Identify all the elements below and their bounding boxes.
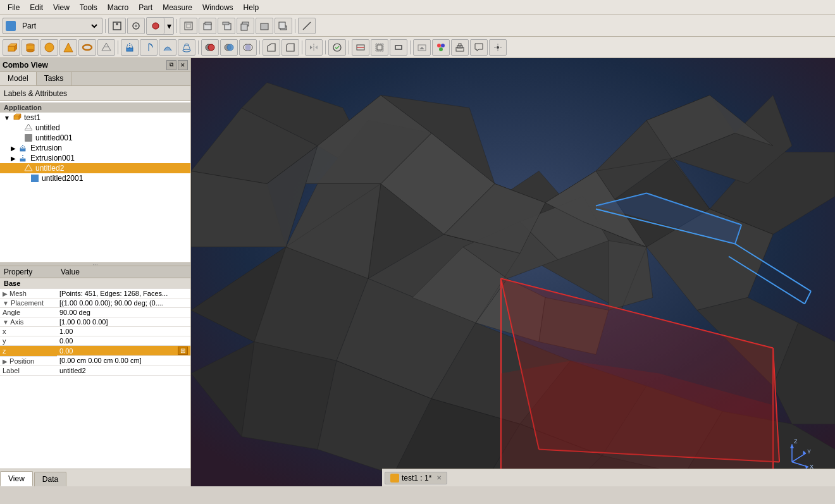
fit-all-button[interactable] xyxy=(108,18,126,34)
menu-macro[interactable]: Macro xyxy=(102,2,133,13)
fillet-button[interactable] xyxy=(281,39,299,56)
tree-item-extrusion[interactable]: ▶ Extrusion xyxy=(0,143,190,153)
bottom-tab-data[interactable]: Data xyxy=(34,472,66,486)
extrude-button[interactable] xyxy=(121,39,139,56)
svg-marker-69 xyxy=(475,44,483,51)
check-geometry-button[interactable] xyxy=(328,39,346,56)
bottom-tabs: View Data xyxy=(0,469,190,486)
tree-item-test1[interactable]: ▼ test1 xyxy=(0,113,190,123)
main-area: Combo View ⧉ ✕ Model Tasks Labels & Attr… xyxy=(0,58,835,486)
chamfer-button[interactable] xyxy=(263,39,280,56)
section-button[interactable] xyxy=(352,39,369,56)
tree-item-untitled2001[interactable]: ▶ untitled2001 xyxy=(0,173,190,183)
svg-marker-49 xyxy=(268,44,275,51)
prop-row-axis[interactable]: ▼ Axis [1.00 0.00 0.00] xyxy=(0,317,190,327)
viewport-tab-close[interactable]: ✕ xyxy=(436,474,442,481)
svg-rect-58 xyxy=(377,45,382,50)
tb2-sep5 xyxy=(325,40,326,54)
menu-part[interactable]: Part xyxy=(133,2,158,13)
cylinder-button[interactable] xyxy=(22,39,39,56)
combo-view-title: Combo View xyxy=(3,61,48,70)
view-bottom-button[interactable] xyxy=(275,18,292,34)
svg-line-37 xyxy=(132,44,133,48)
view-front-button[interactable] xyxy=(199,18,216,34)
tree-arrow-extrusion001: ▶ xyxy=(9,155,18,162)
svg-point-46 xyxy=(227,44,233,51)
offset2d-button[interactable] xyxy=(371,39,388,56)
fit-selection-button[interactable] xyxy=(127,18,145,34)
revolve-button[interactable] xyxy=(140,39,158,56)
viewport[interactable]: Z Y X test1 : 1* ✕ xyxy=(191,58,835,486)
prop-row-placement[interactable]: ▼ Placement [(1.00 0.00 0.00); 90.00 deg… xyxy=(0,298,190,308)
svg-rect-15 xyxy=(241,24,247,30)
toolbar1: Part ▾ xyxy=(0,15,835,37)
view-home-button[interactable] xyxy=(180,18,197,34)
menu-windows[interactable]: Windows xyxy=(197,2,238,13)
torus-button[interactable] xyxy=(78,39,96,56)
toolbar-sep-2 xyxy=(176,19,177,33)
svg-point-29 xyxy=(83,45,92,50)
prop-name-y: y xyxy=(0,336,57,346)
prop-row-angle[interactable]: Angle 90.00 deg xyxy=(0,308,190,317)
annotation-button[interactable] xyxy=(470,39,488,56)
sphere-button[interactable] xyxy=(40,39,58,56)
sweep-button[interactable] xyxy=(159,39,176,56)
loft-button[interactable] xyxy=(178,39,195,56)
prop-row-x[interactable]: x 1.00 xyxy=(0,327,190,336)
thickness-button[interactable] xyxy=(390,39,407,56)
shape-from-mesh-button[interactable] xyxy=(97,39,115,56)
combo-restore-button[interactable]: ⧉ xyxy=(166,60,176,70)
menu-file[interactable]: File xyxy=(3,2,25,13)
prop-row-mesh[interactable]: ▶ Mesh [Points: 451, Edges: 1268, Faces.… xyxy=(0,289,190,298)
prop-row-position[interactable]: ▶ Position [0.00 cm 0.00 cm 0.00 cm] xyxy=(0,356,190,366)
measure-button[interactable] xyxy=(298,18,316,34)
boolean-cut-button[interactable] xyxy=(201,39,219,56)
placement-expand: ▼ xyxy=(3,300,9,307)
toolbar2 xyxy=(0,37,835,58)
axis-expand: ▼ xyxy=(3,319,9,326)
import-button[interactable] xyxy=(413,39,431,56)
panel-tabs: Model Tasks xyxy=(0,72,190,86)
svg-line-89 xyxy=(27,164,28,168)
cone-button[interactable] xyxy=(59,39,77,56)
prop-row-z[interactable]: z 0.00 ⊞ xyxy=(0,346,190,357)
prop-row-label[interactable]: Label untitled2 xyxy=(0,366,190,375)
view-right-button[interactable] xyxy=(218,18,235,34)
draw-style-dropdown[interactable]: ▾ xyxy=(164,18,173,34)
toolbar-sep-3 xyxy=(295,19,295,33)
menu-edit[interactable]: Edit xyxy=(25,2,48,13)
boolean-common-button[interactable] xyxy=(239,39,257,56)
point-button[interactable] xyxy=(489,39,507,56)
draw-style-group: ▾ xyxy=(146,17,174,35)
prop-value-placement: [(1.00 0.00 0.00); 90.00 deg; (0.... xyxy=(57,298,190,308)
viewport-tab[interactable]: test1 : 1* ✕ xyxy=(385,472,447,484)
tab-model[interactable]: Model xyxy=(0,72,37,85)
view-top-button[interactable] xyxy=(237,18,254,34)
boolean-fuse-button[interactable] xyxy=(220,39,238,56)
draw-style-button[interactable] xyxy=(147,18,164,34)
menu-view[interactable]: View xyxy=(48,2,75,13)
tree-item-untitled[interactable]: ▶ untitled xyxy=(0,123,190,133)
tb2-sep4 xyxy=(302,40,302,54)
menu-measure[interactable]: Measure xyxy=(158,2,197,13)
menu-help[interactable]: Help xyxy=(238,2,264,13)
menu-tools[interactable]: Tools xyxy=(75,2,102,13)
tree-item-untitled001[interactable]: ▶ untitled001 xyxy=(0,133,190,143)
svg-rect-7 xyxy=(187,24,190,28)
tree-item-untitled2[interactable]: ▶ untitled2 xyxy=(0,163,190,173)
box-button[interactable] xyxy=(3,39,20,56)
workbench-selector[interactable]: Part xyxy=(17,19,99,33)
mirror-button[interactable] xyxy=(305,39,323,56)
bottom-tab-view[interactable]: View xyxy=(0,471,33,486)
z-formula-icon[interactable]: ⊞ xyxy=(178,347,188,355)
tab-tasks[interactable]: Tasks xyxy=(37,72,72,85)
tree-section-header: Application xyxy=(0,102,190,113)
prop-row-y[interactable]: y 0.00 xyxy=(0,336,190,346)
view-rear-button[interactable] xyxy=(256,18,273,34)
colorize-button[interactable] xyxy=(432,39,450,56)
create-group-button[interactable] xyxy=(451,39,469,56)
tree-item-extrusion001[interactable]: ▶ Extrusion001 xyxy=(0,153,190,163)
menubar: File Edit View Tools Macro Part Measure … xyxy=(0,0,835,15)
tree-label-extrusion: Extrusion xyxy=(30,144,62,152)
combo-close-button[interactable]: ✕ xyxy=(178,60,188,70)
